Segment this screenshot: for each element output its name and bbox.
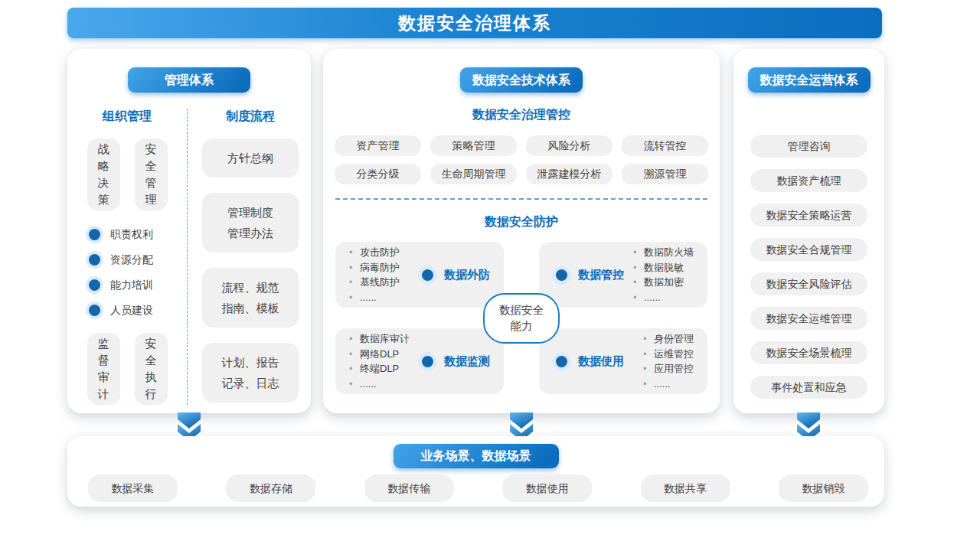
policy-management-box: 策略管理 (430, 135, 517, 156)
list-item: ...... (348, 377, 410, 392)
data-sharing-box: 数据共享 (641, 474, 730, 502)
list-item: ...... (348, 290, 400, 305)
traceability-box: 溯源管理 (622, 164, 708, 184)
dashed-divider (335, 198, 707, 200)
bullet-dot-icon (89, 229, 100, 240)
process-templates-box: 流程、规范 指南、模板 (202, 268, 299, 328)
bullet-dot-icon (89, 305, 100, 316)
asset-management-box: 资产管理 (335, 135, 421, 156)
strategy-decision-box: 战略决策 (87, 139, 120, 210)
data-control-box: 数据管控 数据防火墙 数据脱敏 数据加密 ...... (539, 242, 707, 308)
operations-system-panel: 数据安全运营体系 管理咨询 数据资产梳理 数据安全策略运营 数据安全合规管理 数… (733, 49, 884, 413)
page-title: 数据安全治理体系 (67, 8, 882, 38)
compliance-management-box: 数据安全合规管理 (750, 238, 867, 261)
data-transmission-box: 数据传输 (364, 474, 454, 502)
list-item: 人员建设 (89, 298, 187, 323)
list-item: 职责权利 (89, 222, 187, 247)
scenarios-header: 业务场景、数据场景 (394, 444, 559, 468)
list-item-label: 职责权利 (110, 228, 153, 242)
classification-box: 分类分级 (335, 164, 421, 184)
data-security-capability-badge: 数据安全 能力 (483, 293, 560, 344)
management-system-panel: 管理体系 组织管理 战略决策 安全管理 职责权利 资源分配 能力培训 人员建设 … (67, 49, 311, 413)
external-defense-label: 数据外防 (444, 268, 490, 282)
data-storage-box: 数据存储 (226, 474, 315, 502)
external-defense-items: 攻击防护 病毒防护 基线防护 ...... (348, 245, 400, 305)
scenario-sorting-box: 数据安全场景梳理 (750, 341, 867, 364)
list-item: 能力培训 (89, 272, 187, 298)
supervision-audit-label: 监督审计 (97, 335, 109, 403)
list-item: 资源分配 (89, 247, 187, 272)
lifecycle-management-box: 生命周期管理 (430, 164, 517, 184)
list-item: 数据加密 (632, 275, 694, 290)
data-destruction-box: 数据销毁 (779, 474, 868, 502)
bullet-dot-icon (556, 356, 567, 367)
bullet-dot-icon (556, 269, 567, 281)
leak-modeling-box: 泄露建模分析 (526, 164, 612, 184)
data-monitoring-label: 数据监测 (444, 354, 490, 369)
data-usage-items: 身份管理 运维管控 应用管控 ...... (642, 331, 694, 391)
list-item: 攻击防护 (348, 245, 400, 260)
bullet-dot-icon (89, 254, 100, 266)
data-monitoring-items: 数据库审计 网络DLP 终端DLP ...... (348, 331, 410, 391)
data-control-label: 数据管控 (578, 268, 624, 282)
org-top-boxes: 战略决策 安全管理 (67, 139, 187, 210)
org-bottom-boxes: 监督审计 安全执行 (67, 333, 187, 405)
ops-maintenance-box: 数据安全运维管理 (750, 307, 867, 330)
bullet-dot-icon (422, 356, 433, 367)
management-consulting-box: 管理咨询 (750, 135, 867, 158)
bullet-dot-icon (89, 279, 100, 291)
management-rules-box: 管理制度 管理办法 (202, 193, 299, 253)
data-usage-label-group: 数据使用 (551, 354, 624, 369)
list-item: 终端DLP (348, 361, 410, 377)
org-bullet-list: 职责权利 资源分配 能力培训 人员建设 (67, 222, 187, 323)
organization-management-column: 组织管理 战略决策 安全管理 职责权利 资源分配 能力培训 人员建设 监督审计 … (67, 109, 187, 405)
bullet-dot-icon (422, 269, 433, 281)
strategy-decision-label: 战略决策 (97, 141, 109, 208)
list-item-label: 资源分配 (110, 253, 153, 267)
list-item: ...... (642, 377, 694, 392)
governance-control-title: 数据安全治理管控 (323, 107, 720, 123)
scenarios-panel: 业务场景、数据场景 数据采集 数据存储 数据传输 数据使用 数据共享 数据销毁 (67, 436, 884, 507)
management-system-header: 管理体系 (128, 67, 250, 93)
list-item: 网络DLP (348, 347, 410, 362)
plans-logs-box: 计划、报告 记录、日志 (202, 343, 299, 403)
process-title: 制度流程 (202, 109, 299, 125)
operations-system-header: 数据安全运营体系 (748, 67, 871, 93)
data-usage-box: 数据使用 身份管理 运维管控 应用管控 ...... (539, 328, 707, 394)
data-collection-box: 数据采集 (88, 474, 178, 502)
operations-list: 管理咨询 数据资产梳理 数据安全策略运营 数据安全合规管理 数据安全风险评估 数… (733, 135, 884, 399)
protection-grid: 攻击防护 病毒防护 基线防护 ...... 数据外防 数据管控 数据防火墙 数据 (335, 242, 707, 394)
data-monitoring-box: 数据库审计 网络DLP 终端DLP ...... 数据监测 (335, 328, 504, 394)
risk-analysis-box: 风险分析 (526, 135, 612, 156)
security-management-box: 安全管理 (135, 139, 168, 210)
policy-outline-box: 方针总纲 (202, 139, 299, 178)
incident-response-box: 事件处置和应急 (750, 376, 867, 399)
governance-grid: 资产管理 策略管理 风险分析 流转管控 分类分级 生命周期管理 泄露建模分析 溯… (335, 135, 708, 184)
data-asset-sorting-box: 数据资产梳理 (750, 169, 867, 192)
security-execution-box: 安全执行 (135, 333, 168, 405)
list-item-label: 人员建设 (110, 304, 153, 318)
list-item-label: 能力培训 (110, 279, 153, 292)
supervision-audit-box: 监督审计 (87, 333, 120, 405)
management-columns: 组织管理 战略决策 安全管理 职责权利 资源分配 能力培训 人员建设 监督审计 … (67, 109, 311, 405)
list-item: 身份管理 (642, 331, 694, 347)
risk-assessment-box: 数据安全风险评估 (750, 272, 867, 295)
scenarios-row: 数据采集 数据存储 数据传输 数据使用 数据共享 数据销毁 (67, 474, 884, 502)
list-item: 基线防护 (348, 275, 400, 290)
security-management-label: 安全管理 (145, 141, 157, 208)
list-item: 数据脱敏 (632, 260, 694, 276)
technology-system-header: 数据安全技术体系 (460, 67, 583, 93)
data-security-governance-diagram: 数据安全治理体系 管理体系 组织管理 战略决策 安全管理 职责权利 资源分配 能… (0, 0, 980, 551)
list-item: 病毒防护 (348, 260, 400, 276)
data-control-items: 数据防火墙 数据脱敏 数据加密 ...... (632, 245, 694, 305)
process-column: 制度流程 方针总纲 管理制度 管理办法 流程、规范 指南、模板 计划、报告 记录… (187, 109, 311, 405)
data-control-label-group: 数据管控 (551, 268, 624, 282)
data-usage-scenario-box: 数据使用 (502, 474, 592, 502)
technology-system-panel: 数据安全技术体系 数据安全治理管控 资产管理 策略管理 风险分析 流转管控 分类… (323, 49, 720, 413)
list-item: 数据防火墙 (632, 245, 694, 260)
external-defense-box: 攻击防护 病毒防护 基线防护 ...... 数据外防 (335, 242, 504, 308)
list-item: 数据库审计 (348, 331, 410, 347)
policy-operation-box: 数据安全策略运营 (750, 204, 867, 227)
list-item: ...... (632, 290, 694, 305)
list-item: 应用管控 (642, 361, 694, 377)
